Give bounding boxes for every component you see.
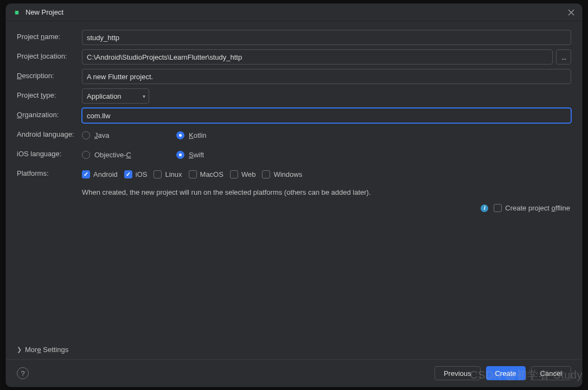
project-location-input[interactable]: [82, 49, 553, 65]
platform-macos-checkbox[interactable]: MacOS: [189, 170, 223, 178]
name-label: Project name:: [17, 30, 82, 41]
radio-kotlin[interactable]: Kotlin: [176, 131, 207, 139]
radio-java[interactable]: Java: [82, 131, 152, 139]
platforms-note: When created, the new project will run o…: [82, 188, 571, 196]
create-button[interactable]: Create: [486, 366, 526, 380]
help-button[interactable]: ?: [17, 367, 29, 379]
previous-button[interactable]: Previous: [434, 366, 481, 380]
platform-ios-checkbox[interactable]: ✓iOS: [124, 170, 148, 178]
info-icon[interactable]: i: [481, 204, 488, 212]
more-settings-toggle[interactable]: ❯ More Settings: [6, 341, 582, 360]
platforms-group: ✓Android✓iOSLinuxMacOSWebWindows: [82, 170, 571, 178]
android-language-label: Android language:: [17, 127, 82, 138]
window-title: New Project: [25, 8, 565, 16]
type-label: Project type:: [17, 88, 82, 99]
title-bar: New Project: [6, 4, 582, 21]
organization-input[interactable]: [82, 108, 571, 123]
platform-web-checkbox[interactable]: Web: [230, 170, 256, 178]
platform-linux-checkbox[interactable]: Linux: [154, 170, 182, 178]
create-offline-checkbox[interactable]: Create project offline: [494, 204, 570, 212]
chevron-right-icon: ❯: [17, 346, 22, 353]
organization-label: Organization:: [17, 108, 82, 119]
project-type-select[interactable]: Application ▾: [82, 88, 149, 104]
close-button[interactable]: [565, 6, 578, 19]
location-label: Project location:: [17, 49, 82, 60]
new-project-dialog: New Project Project name: Project locati…: [5, 3, 583, 387]
description-input[interactable]: [82, 69, 571, 84]
cancel-button[interactable]: Cancel: [531, 366, 571, 380]
project-name-input[interactable]: [82, 30, 571, 45]
form-content: Project name: Project location: ... Desc…: [6, 21, 582, 341]
ios-language-label: iOS language:: [17, 147, 82, 158]
footer-bar: ? Previous Create Cancel: [6, 360, 582, 387]
description-label: Description:: [17, 69, 82, 80]
radio-objc[interactable]: Objective-C: [82, 151, 152, 159]
radio-swift[interactable]: Swift: [176, 151, 204, 159]
platform-android-checkbox[interactable]: ✓Android: [82, 170, 118, 178]
android-studio-icon: [12, 8, 21, 17]
platforms-label: Platforms:: [17, 167, 82, 177]
browse-location-button[interactable]: ...: [556, 49, 571, 65]
chevron-down-icon: ▾: [143, 93, 145, 99]
platform-windows-checkbox[interactable]: Windows: [262, 170, 302, 178]
project-type-value: Application: [87, 92, 143, 100]
